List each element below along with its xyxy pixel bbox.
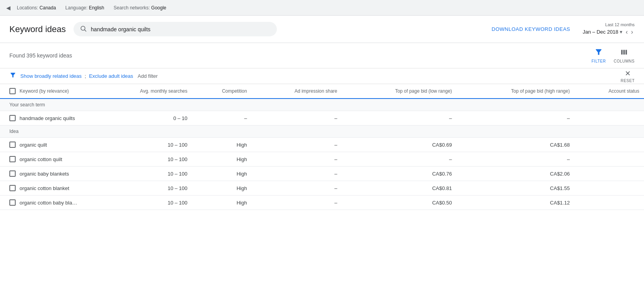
keyword-table: Keyword (by relevance) Avg. monthly sear… [0,84,644,210]
select-all-checkbox[interactable] [9,88,16,94]
th-bid-low: Top of page bid (low range) [342,84,457,99]
competition-cell: High [192,138,251,152]
found-row: Found 395 keyword ideas FILTER COLUMNS [0,43,644,68]
th-bid-high: Top of page bid (high range) [457,84,574,99]
filter-bar-links: Show broadly related ideas ; Exclude adu… [20,73,158,79]
competition-cell: High [192,167,251,181]
ad-impression-cell: – [252,111,342,126]
avg-searches-cell: 10 – 100 [94,152,192,167]
filter-separator: ; [84,73,86,79]
page-title: Keyword ideas [9,24,66,34]
close-icon[interactable]: ✕ [625,69,631,78]
exclude-adult-ideas-link[interactable]: Exclude adult ideas [89,73,133,79]
row-checkbox[interactable] [9,142,16,148]
ad-impression-cell: – [252,138,342,152]
table-row: organic baby blankets10 – 100High–CA$0.7… [0,167,644,181]
date-range-value: Jan – Dec 2018 [583,29,618,35]
show-broadly-related-link[interactable]: Show broadly related ideas [20,73,82,79]
filter-bar: Show broadly related ideas ; Exclude adu… [0,68,644,84]
account-status-cell [574,167,644,181]
reset-label: RESET [621,79,635,83]
keyword-cell: organic quilt [0,138,94,152]
table-row: organic cotton baby bla…10 – 100High–CA$… [0,196,644,210]
filter-bar-icon [9,72,16,81]
columns-icon [620,48,628,58]
keyword-text: organic cotton blanket [20,185,69,191]
ad-impression-cell: – [252,196,342,210]
avg-searches-cell: 10 – 100 [94,167,192,181]
keyword-cell: organic cotton blanket [0,181,94,196]
table-row: handmade organic quilts0 – 10–––– [0,111,644,126]
section-row: Idea [0,126,644,138]
top-bar: ◀ Locations: Canada Language: English Se… [0,0,644,16]
th-avg-searches: Avg. monthly searches [94,84,192,99]
section-label: Your search term [0,99,644,111]
bid-low-cell: CA$0.69 [342,138,457,152]
table-row: organic quilt10 – 100High–CA$0.69CA$1.68 [0,138,644,152]
row-checkbox[interactable] [9,185,16,191]
add-filter-link[interactable]: Add filter [138,73,158,79]
top-bar-collapse-arrow[interactable]: ◀ [6,5,11,11]
chevron-down-icon: ▾ [620,29,622,35]
date-prev-button[interactable]: ‹ [624,28,629,36]
date-next-button[interactable]: › [630,28,635,36]
competition-cell: – [192,111,251,126]
table-row: organic cotton blanket10 – 100High–CA$0.… [0,181,644,196]
close-reset-area: ✕ RESET [621,69,635,83]
account-status-cell [574,111,644,126]
locations-item: Locations: Canada [17,5,56,11]
competition-cell: High [192,196,251,210]
bid-low-cell: CA$0.76 [342,167,457,181]
bid-low-cell: CA$0.81 [342,181,457,196]
keyword-cell: organic cotton quilt [0,152,94,167]
th-competition: Competition [192,84,251,99]
bid-low-cell: – [342,152,457,167]
keyword-cell: organic baby blankets [0,167,94,181]
ad-impression-cell: – [252,181,342,196]
avg-searches-cell: 10 – 100 [94,138,192,152]
avg-searches-cell: 10 – 100 [94,196,192,210]
ad-impression-cell: – [252,152,342,167]
svg-line-1 [85,30,86,31]
row-checkbox[interactable] [9,156,16,162]
bid-high-cell: CA$1.68 [457,138,574,152]
language-item: Language: English [65,5,104,11]
bid-high-cell: – [457,111,574,126]
bid-high-cell: – [457,152,574,167]
columns-label: COLUMNS [614,59,635,63]
competition-cell: High [192,181,251,196]
competition-cell: High [192,152,251,167]
search-networks-value: Google [151,5,167,11]
locations-label: Locations: [17,5,38,11]
keyword-search-input[interactable] [91,26,271,32]
account-status-cell [574,138,644,152]
th-ad-impression: Ad impression share [252,84,342,99]
keyword-text: handmade organic quilts [20,115,75,121]
avg-searches-cell: 0 – 10 [94,111,192,126]
avg-searches-cell: 10 – 100 [94,181,192,196]
language-value: English [89,5,104,11]
row-checkbox[interactable] [9,199,16,206]
keyword-text: organic cotton quilt [20,156,62,162]
keyword-cell: handmade organic quilts [0,111,94,126]
keyword-text: organic quilt [20,142,47,148]
keyword-table-container: Keyword (by relevance) Avg. monthly sear… [0,84,644,210]
row-checkbox[interactable] [9,170,16,177]
columns-button[interactable]: COLUMNS [614,48,635,63]
svg-point-0 [81,26,85,30]
download-keyword-ideas-button[interactable]: DOWNLOAD KEYWORD IDEAS [492,26,570,32]
date-range-selector[interactable]: Jan – Dec 2018 ▾ ‹ › [583,28,635,36]
filter-label: FILTER [592,59,606,63]
th-keyword: Keyword (by relevance) [0,84,94,99]
bid-high-cell: CA$1.12 [457,196,574,210]
locations-value: Canada [39,5,56,11]
filter-button[interactable]: FILTER [592,48,606,63]
found-keyword-count: Found 395 keyword ideas [9,52,592,59]
bid-high-cell: CA$2.06 [457,167,574,181]
table-header-row: Keyword (by relevance) Avg. monthly sear… [0,84,644,99]
row-checkbox[interactable] [9,115,16,121]
date-range-label: Last 12 months [605,22,635,27]
th-account-status: Account status [574,84,644,99]
filter-icon [594,48,603,58]
th-keyword-label: Keyword (by relevance) [20,88,69,94]
